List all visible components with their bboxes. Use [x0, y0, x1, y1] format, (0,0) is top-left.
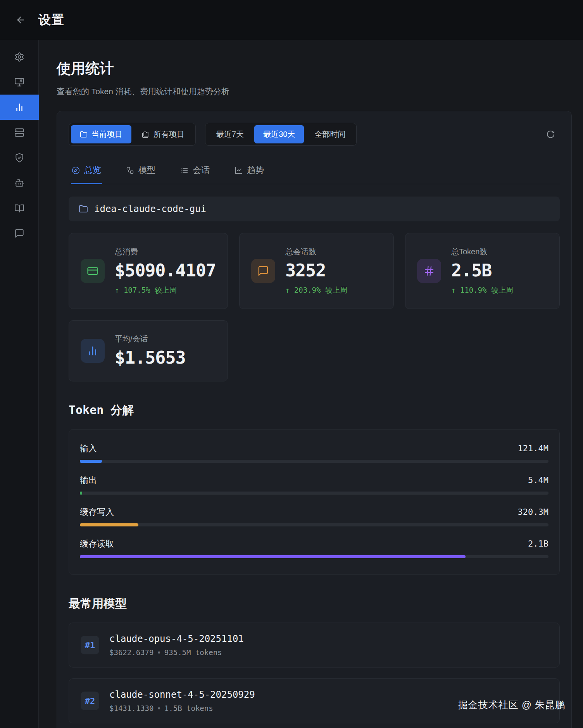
token-breakdown-card: 输入 121.4M 输出 5.4M — [69, 429, 560, 575]
filter-row: 当前项目 所有项目 最近7天 最近30天 全部时间 — [69, 123, 560, 146]
stat-label: 总消费 — [115, 247, 216, 257]
stat-value: $5090.4107 — [115, 260, 216, 281]
token-row-cache-write: 缓存写入 320.3M — [80, 506, 549, 526]
shield-check-icon — [14, 153, 24, 163]
sidebar-item-display[interactable] — [0, 69, 39, 95]
folder-icon — [80, 131, 88, 138]
stat-label: 平均/会话 — [115, 334, 186, 344]
token-row-value: 121.4M — [518, 443, 549, 453]
tab-label: 趋势 — [247, 164, 264, 176]
message-square-icon — [14, 228, 24, 238]
page-title: 使用统计 — [57, 59, 572, 78]
stat-card-total-sessions: 总会话数 3252 ↑ 203.9% 较上周 — [239, 233, 394, 309]
tab-label: 总览 — [84, 164, 101, 176]
sidebar-item-feedback[interactable] — [0, 221, 39, 246]
titlebar: 设置 — [0, 0, 583, 40]
model-cost: $1431.1330 — [109, 704, 154, 712]
sidebar-item-security[interactable] — [0, 145, 39, 170]
sidebar-item-usage-stats[interactable] — [0, 95, 39, 120]
token-row-value: 320.3M — [518, 507, 549, 517]
scope-current-project-button[interactable]: 当前项目 — [71, 125, 131, 143]
list-icon — [180, 166, 188, 174]
tabs: 总览 模型 会话 趋势 — [69, 162, 560, 184]
token-row-input: 输入 121.4M — [80, 443, 549, 463]
hash-icon — [417, 259, 441, 283]
folders-icon — [142, 131, 150, 138]
sidebar-item-settings[interactable] — [0, 44, 39, 69]
token-breakdown-title: Token 分解 — [69, 402, 560, 418]
tab-label: 会话 — [193, 164, 210, 176]
range-30d-button[interactable]: 最近30天 — [254, 125, 304, 143]
stat-card-total-tokens: 总Token数 2.5B ↑ 110.9% 较上周 — [405, 233, 560, 309]
rank-badge: #1 — [81, 636, 99, 654]
token-row-value: 2.1B — [528, 539, 549, 549]
back-button[interactable] — [16, 15, 26, 25]
range-7d-button[interactable]: 最近7天 — [207, 125, 253, 143]
scope-label: 所有项目 — [154, 129, 185, 140]
model-detail: $3622.6379•935.5M tokens — [109, 648, 244, 657]
range-all-button[interactable]: 全部时间 — [305, 125, 354, 143]
server-icon — [14, 128, 24, 138]
token-row-label: 输入 — [80, 443, 97, 454]
tab-overview[interactable]: 总览 — [71, 162, 102, 184]
dot-separator: • — [157, 704, 161, 712]
progress-fill — [80, 460, 102, 463]
token-row-label: 缓存读取 — [80, 538, 114, 550]
rank-badge: #2 — [81, 692, 99, 710]
project-bar: idea-claude-code-gui — [69, 197, 560, 221]
progress-fill — [80, 492, 82, 495]
range-label: 最近30天 — [263, 129, 295, 140]
model-tokens: 1.5B tokens — [164, 704, 213, 712]
model-detail: $1431.1330•1.5B tokens — [109, 704, 255, 712]
token-row-label: 缓存写入 — [80, 506, 114, 518]
progress-track — [80, 523, 549, 526]
main-content: 使用统计 查看您的 Token 消耗、费用统计和使用趋势分析 当前项目 所有项目 — [39, 40, 583, 728]
refresh-button[interactable] — [541, 125, 560, 144]
sidebar — [0, 40, 39, 728]
progress-fill — [80, 523, 138, 526]
token-row-cache-read: 缓存读取 2.1B — [80, 538, 549, 558]
folder-icon — [79, 204, 88, 214]
bar-chart-icon — [81, 339, 105, 363]
tab-trends[interactable]: 趋势 — [234, 162, 265, 184]
stat-value: 3252 — [285, 260, 347, 281]
model-card-1: #1 claude-opus-4-5-20251101 $3622.6379•9… — [69, 623, 560, 668]
range-label: 最近7天 — [216, 129, 244, 140]
top-models-title: 最常用模型 — [69, 596, 560, 612]
credit-card-icon — [81, 259, 105, 283]
project-name: idea-claude-code-gui — [94, 204, 206, 214]
scope-all-projects-button[interactable]: 所有项目 — [133, 125, 193, 143]
model-tokens: 935.5M tokens — [164, 648, 222, 657]
dot-separator: • — [157, 648, 161, 657]
scope-label: 当前项目 — [91, 129, 122, 140]
tab-label: 模型 — [138, 164, 155, 176]
sidebar-item-data[interactable] — [0, 120, 39, 145]
token-row-output: 输出 5.4M — [80, 474, 549, 495]
window-title: 设置 — [38, 12, 65, 29]
sidebar-item-docs[interactable] — [0, 195, 39, 221]
progress-fill — [80, 555, 466, 558]
stat-card-avg-per-session: 平均/会话 $1.5653 — [69, 320, 228, 381]
tab-models[interactable]: 模型 — [125, 162, 156, 184]
gear-icon — [14, 52, 24, 62]
stats-grid: 总消费 $5090.4107 ↑ 107.5% 较上周 总会话数 3252 ↑ … — [69, 233, 560, 381]
stat-value: 2.5B — [451, 260, 513, 281]
refresh-icon — [546, 130, 555, 139]
stat-label: 总Token数 — [451, 247, 513, 257]
token-row-value: 5.4M — [528, 475, 549, 485]
time-range-toggle: 最近7天 最近30天 全部时间 — [205, 123, 357, 146]
progress-track — [80, 492, 549, 495]
bar-chart-icon — [14, 102, 24, 112]
stat-delta: ↑ 107.5% 较上周 — [115, 285, 216, 295]
stat-delta: ↑ 203.9% 较上周 — [285, 285, 347, 295]
stat-card-total-cost: 总消费 $5090.4107 ↑ 107.5% 较上周 — [69, 233, 228, 309]
stat-value: $1.5653 — [115, 347, 186, 368]
model-name: claude-sonnet-4-5-20250929 — [109, 689, 255, 700]
token-row-label: 输出 — [80, 474, 97, 486]
sidebar-item-agent[interactable] — [0, 170, 39, 195]
tab-sessions[interactable]: 会话 — [179, 162, 210, 184]
stat-delta: ↑ 110.9% 较上周 — [451, 285, 513, 295]
project-scope-toggle: 当前项目 所有项目 — [69, 123, 196, 146]
workflow-icon — [126, 166, 134, 174]
monitor-x-icon — [14, 77, 24, 87]
